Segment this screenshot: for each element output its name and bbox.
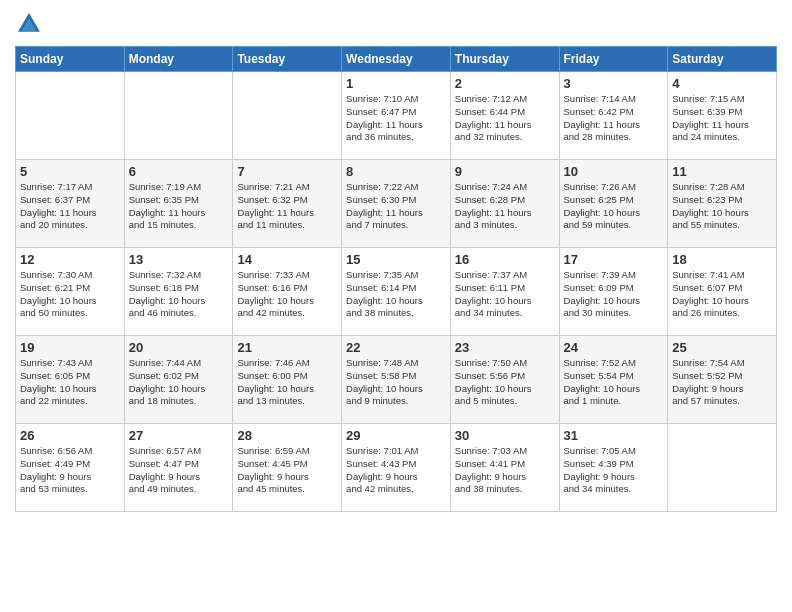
- week-row-3: 19Sunrise: 7:43 AMSunset: 6:05 PMDayligh…: [16, 336, 777, 424]
- day-cell: 8Sunrise: 7:22 AMSunset: 6:30 PMDaylight…: [342, 160, 451, 248]
- day-number: 26: [20, 428, 120, 443]
- day-cell: 4Sunrise: 7:15 AMSunset: 6:39 PMDaylight…: [668, 72, 777, 160]
- day-cell: 12Sunrise: 7:30 AMSunset: 6:21 PMDayligh…: [16, 248, 125, 336]
- day-info: Sunrise: 7:24 AMSunset: 6:28 PMDaylight:…: [455, 181, 555, 232]
- day-info: Sunrise: 6:59 AMSunset: 4:45 PMDaylight:…: [237, 445, 337, 496]
- calendar-header-row: SundayMondayTuesdayWednesdayThursdayFrid…: [16, 47, 777, 72]
- day-cell: 16Sunrise: 7:37 AMSunset: 6:11 PMDayligh…: [450, 248, 559, 336]
- day-info: Sunrise: 7:05 AMSunset: 4:39 PMDaylight:…: [564, 445, 664, 496]
- day-cell: 9Sunrise: 7:24 AMSunset: 6:28 PMDaylight…: [450, 160, 559, 248]
- day-info: Sunrise: 6:57 AMSunset: 4:47 PMDaylight:…: [129, 445, 229, 496]
- day-cell: 23Sunrise: 7:50 AMSunset: 5:56 PMDayligh…: [450, 336, 559, 424]
- day-cell: 7Sunrise: 7:21 AMSunset: 6:32 PMDaylight…: [233, 160, 342, 248]
- day-info: Sunrise: 7:30 AMSunset: 6:21 PMDaylight:…: [20, 269, 120, 320]
- day-info: Sunrise: 7:37 AMSunset: 6:11 PMDaylight:…: [455, 269, 555, 320]
- day-cell: 15Sunrise: 7:35 AMSunset: 6:14 PMDayligh…: [342, 248, 451, 336]
- day-number: 30: [455, 428, 555, 443]
- header: [15, 10, 777, 38]
- day-info: Sunrise: 7:41 AMSunset: 6:07 PMDaylight:…: [672, 269, 772, 320]
- day-number: 24: [564, 340, 664, 355]
- day-info: Sunrise: 7:22 AMSunset: 6:30 PMDaylight:…: [346, 181, 446, 232]
- day-info: Sunrise: 7:15 AMSunset: 6:39 PMDaylight:…: [672, 93, 772, 144]
- day-info: Sunrise: 7:52 AMSunset: 5:54 PMDaylight:…: [564, 357, 664, 408]
- day-info: Sunrise: 7:39 AMSunset: 6:09 PMDaylight:…: [564, 269, 664, 320]
- day-info: Sunrise: 7:17 AMSunset: 6:37 PMDaylight:…: [20, 181, 120, 232]
- day-number: 2: [455, 76, 555, 91]
- day-number: 8: [346, 164, 446, 179]
- page: SundayMondayTuesdayWednesdayThursdayFrid…: [0, 0, 792, 612]
- day-number: 15: [346, 252, 446, 267]
- day-info: Sunrise: 7:10 AMSunset: 6:47 PMDaylight:…: [346, 93, 446, 144]
- day-cell: 28Sunrise: 6:59 AMSunset: 4:45 PMDayligh…: [233, 424, 342, 512]
- week-row-1: 5Sunrise: 7:17 AMSunset: 6:37 PMDaylight…: [16, 160, 777, 248]
- calendar-table: SundayMondayTuesdayWednesdayThursdayFrid…: [15, 46, 777, 512]
- day-number: 29: [346, 428, 446, 443]
- day-info: Sunrise: 7:54 AMSunset: 5:52 PMDaylight:…: [672, 357, 772, 408]
- day-number: 25: [672, 340, 772, 355]
- day-info: Sunrise: 7:43 AMSunset: 6:05 PMDaylight:…: [20, 357, 120, 408]
- day-info: Sunrise: 7:12 AMSunset: 6:44 PMDaylight:…: [455, 93, 555, 144]
- logo-icon: [15, 10, 43, 38]
- day-number: 19: [20, 340, 120, 355]
- day-number: 22: [346, 340, 446, 355]
- day-cell: 13Sunrise: 7:32 AMSunset: 6:18 PMDayligh…: [124, 248, 233, 336]
- day-number: 28: [237, 428, 337, 443]
- day-cell: 21Sunrise: 7:46 AMSunset: 6:00 PMDayligh…: [233, 336, 342, 424]
- day-info: Sunrise: 7:21 AMSunset: 6:32 PMDaylight:…: [237, 181, 337, 232]
- week-row-4: 26Sunrise: 6:56 AMSunset: 4:49 PMDayligh…: [16, 424, 777, 512]
- day-info: Sunrise: 7:46 AMSunset: 6:00 PMDaylight:…: [237, 357, 337, 408]
- day-number: 4: [672, 76, 772, 91]
- day-number: 16: [455, 252, 555, 267]
- week-row-0: 1Sunrise: 7:10 AMSunset: 6:47 PMDaylight…: [16, 72, 777, 160]
- col-header-sunday: Sunday: [16, 47, 125, 72]
- day-info: Sunrise: 7:35 AMSunset: 6:14 PMDaylight:…: [346, 269, 446, 320]
- col-header-thursday: Thursday: [450, 47, 559, 72]
- day-info: Sunrise: 7:48 AMSunset: 5:58 PMDaylight:…: [346, 357, 446, 408]
- col-header-saturday: Saturday: [668, 47, 777, 72]
- day-cell: 5Sunrise: 7:17 AMSunset: 6:37 PMDaylight…: [16, 160, 125, 248]
- week-row-2: 12Sunrise: 7:30 AMSunset: 6:21 PMDayligh…: [16, 248, 777, 336]
- day-number: 21: [237, 340, 337, 355]
- logo: [15, 10, 47, 38]
- day-cell: 10Sunrise: 7:26 AMSunset: 6:25 PMDayligh…: [559, 160, 668, 248]
- day-cell: 19Sunrise: 7:43 AMSunset: 6:05 PMDayligh…: [16, 336, 125, 424]
- day-info: Sunrise: 7:26 AMSunset: 6:25 PMDaylight:…: [564, 181, 664, 232]
- day-number: 1: [346, 76, 446, 91]
- day-cell: 14Sunrise: 7:33 AMSunset: 6:16 PMDayligh…: [233, 248, 342, 336]
- day-number: 14: [237, 252, 337, 267]
- day-cell: 3Sunrise: 7:14 AMSunset: 6:42 PMDaylight…: [559, 72, 668, 160]
- day-info: Sunrise: 7:03 AMSunset: 4:41 PMDaylight:…: [455, 445, 555, 496]
- day-cell: [16, 72, 125, 160]
- day-info: Sunrise: 7:01 AMSunset: 4:43 PMDaylight:…: [346, 445, 446, 496]
- col-header-tuesday: Tuesday: [233, 47, 342, 72]
- day-number: 17: [564, 252, 664, 267]
- day-cell: 29Sunrise: 7:01 AMSunset: 4:43 PMDayligh…: [342, 424, 451, 512]
- day-cell: [124, 72, 233, 160]
- day-info: Sunrise: 7:28 AMSunset: 6:23 PMDaylight:…: [672, 181, 772, 232]
- day-info: Sunrise: 7:14 AMSunset: 6:42 PMDaylight:…: [564, 93, 664, 144]
- day-number: 5: [20, 164, 120, 179]
- day-cell: 6Sunrise: 7:19 AMSunset: 6:35 PMDaylight…: [124, 160, 233, 248]
- col-header-friday: Friday: [559, 47, 668, 72]
- day-cell: 1Sunrise: 7:10 AMSunset: 6:47 PMDaylight…: [342, 72, 451, 160]
- day-info: Sunrise: 6:56 AMSunset: 4:49 PMDaylight:…: [20, 445, 120, 496]
- day-cell: 18Sunrise: 7:41 AMSunset: 6:07 PMDayligh…: [668, 248, 777, 336]
- day-cell: 24Sunrise: 7:52 AMSunset: 5:54 PMDayligh…: [559, 336, 668, 424]
- day-number: 27: [129, 428, 229, 443]
- day-number: 3: [564, 76, 664, 91]
- day-number: 23: [455, 340, 555, 355]
- day-cell: 26Sunrise: 6:56 AMSunset: 4:49 PMDayligh…: [16, 424, 125, 512]
- day-number: 13: [129, 252, 229, 267]
- day-info: Sunrise: 7:32 AMSunset: 6:18 PMDaylight:…: [129, 269, 229, 320]
- day-number: 6: [129, 164, 229, 179]
- col-header-monday: Monday: [124, 47, 233, 72]
- day-number: 31: [564, 428, 664, 443]
- day-number: 11: [672, 164, 772, 179]
- col-header-wednesday: Wednesday: [342, 47, 451, 72]
- day-number: 18: [672, 252, 772, 267]
- day-cell: 22Sunrise: 7:48 AMSunset: 5:58 PMDayligh…: [342, 336, 451, 424]
- day-cell: 20Sunrise: 7:44 AMSunset: 6:02 PMDayligh…: [124, 336, 233, 424]
- day-cell: [668, 424, 777, 512]
- day-number: 9: [455, 164, 555, 179]
- day-number: 7: [237, 164, 337, 179]
